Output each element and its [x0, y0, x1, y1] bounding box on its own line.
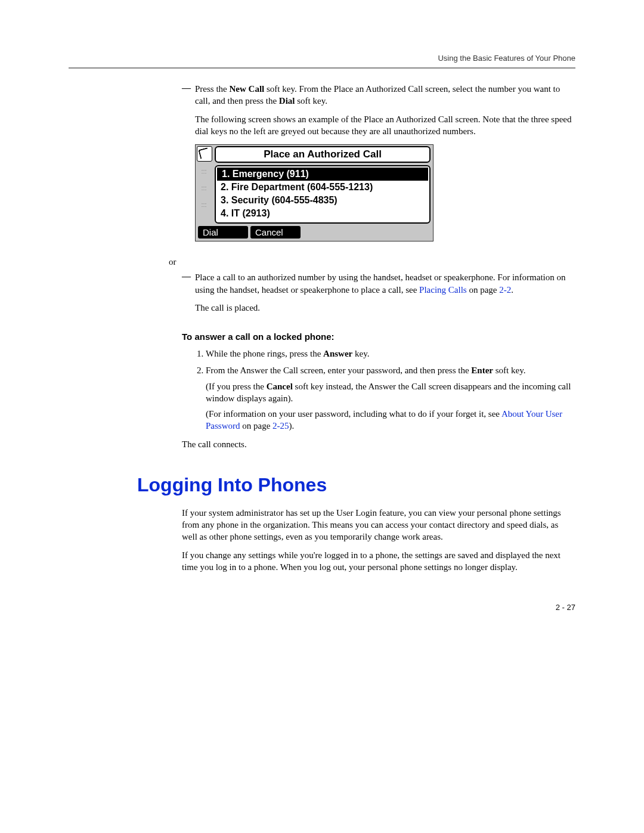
- bullet-item-1: — Press the New Call soft key. From the …: [182, 83, 575, 250]
- body-content: — Press the New Call soft key. From the …: [182, 83, 575, 612]
- bullet2-text: Place a call to an authorized number by …: [195, 271, 575, 296]
- softkey-cancel[interactable]: Cancel: [250, 226, 301, 239]
- page-ref[interactable]: 2-2: [499, 285, 511, 295]
- list-item[interactable]: 1. Emergency (911): [217, 168, 428, 181]
- phone-screenshot: ::: ::: ::: Place an Authorized Call 1. …: [195, 144, 434, 241]
- list-item[interactable]: 3. Security (604-555-4835): [216, 194, 429, 207]
- call-connects-text: The call connects.: [182, 438, 575, 450]
- section-body-2: If you change any settings while you're …: [182, 549, 575, 574]
- or-separator: or: [169, 256, 575, 268]
- authorized-list: 1. Emergency (911) 2. Fire Department (6…: [215, 165, 431, 224]
- speed-dial-slot-1: :::: [196, 163, 212, 179]
- list-item[interactable]: 2. Fire Department (604-555-1213): [216, 181, 429, 194]
- list-item[interactable]: 4. IT (2913): [216, 207, 429, 220]
- step-1: While the phone rings, press the Answer …: [206, 348, 575, 360]
- page: Using the Basic Features of Your Phone —…: [0, 0, 644, 648]
- step-2-note-2: (For information on your user password, …: [206, 408, 575, 432]
- step-2-note-1: (If you press the Cancel soft key instea…: [206, 380, 575, 405]
- section-heading: Logging Into Phones: [137, 474, 575, 496]
- call-placed-text: The call is placed.: [195, 302, 575, 314]
- dash-icon: —: [182, 83, 195, 250]
- speed-dial-slot-2: :::: [196, 179, 212, 196]
- screen-title: Place an Authorized Call: [215, 146, 431, 163]
- page-number: 2 - 27: [182, 603, 575, 612]
- intro-paragraph-2: The following screen shows an example of…: [195, 113, 575, 138]
- link-placing-calls[interactable]: Placing Calls: [419, 285, 467, 295]
- subheading: To answer a call on a locked phone:: [182, 332, 575, 342]
- dash-icon: —: [182, 271, 195, 320]
- header-rule: [69, 67, 575, 69]
- numbered-steps: While the phone rings, press the Answer …: [193, 348, 575, 432]
- bullet-item-2: — Place a call to an authorized number b…: [182, 271, 575, 320]
- softkey-dial[interactable]: Dial: [198, 226, 248, 239]
- section-body-1: If your system administrator has set up …: [182, 507, 575, 543]
- speed-dial-slot-3: :::: [196, 196, 212, 213]
- step-2: From the Answer the Call screen, enter y…: [206, 364, 575, 432]
- page-ref[interactable]: 2-25: [273, 421, 289, 431]
- bullet1-text: Press the New Call soft key. From the Pl…: [195, 83, 575, 107]
- running-head: Using the Basic Features of Your Phone: [69, 54, 575, 63]
- phone-icon: [197, 146, 212, 162]
